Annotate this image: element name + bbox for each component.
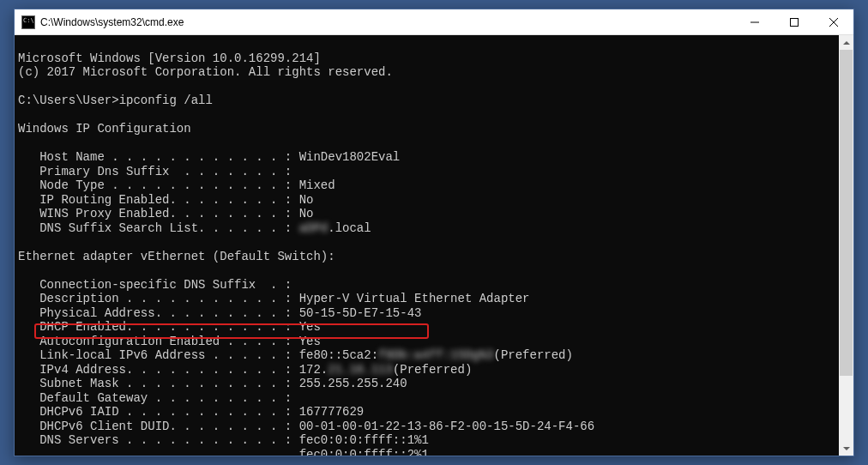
section-header: Windows IP Configuration (18, 122, 191, 136)
text-line: Node Type . . . . . . . . . . . . : Mixe… (18, 178, 335, 192)
text-line: Host Name . . . . . . . . . . . . : WinD… (18, 150, 400, 164)
maximize-icon (790, 18, 799, 27)
minimize-icon (750, 18, 759, 27)
label: (Preferred) (494, 348, 573, 362)
text-line: WINS Proxy Enabled. . . . . . . . : No (18, 207, 313, 220)
text-line: Description . . . . . . . . . . . : Hype… (18, 292, 530, 305)
text-line: DNS Servers . . . . . . . . . . . : fec0… (18, 433, 429, 447)
cmd-icon (21, 15, 35, 29)
text-line: Autoconfiguration Enabled . . . . : Yes (18, 335, 321, 348)
label: (Preferred) (393, 363, 472, 377)
svg-rect-1 (791, 18, 799, 26)
prompt-line: C:\Users\User>ipconfig /all (18, 94, 213, 107)
label: IPv4 Address. . . . . . . . . . . : 172. (18, 363, 328, 377)
physical-address-line: Physical Address. . . . . . . . . : 50-1… (18, 306, 421, 320)
console-output[interactable]: Microsoft Windows [Version 10.0.16299.21… (15, 35, 839, 456)
chevron-down-icon (843, 447, 850, 450)
text-line: Default Gateway . . . . . . . . . : (18, 391, 292, 405)
label: DNS Suffix Search List. . . . . . : (18, 221, 299, 235)
adapter-header: Ethernet adapter vEthernet (Default Swit… (18, 250, 335, 263)
label: .local (328, 221, 371, 235)
text-line: fec0:0:0:ffff::2%1 (18, 448, 429, 456)
text-line: DNS Suffix Search List. . . . . . : aDPd… (18, 221, 371, 235)
text-line: IP Routing Enabled. . . . . . . . : No (18, 193, 313, 207)
minimize-button[interactable] (735, 9, 775, 34)
text-line: DHCPv6 IAID . . . . . . . . . . . : 1677… (18, 405, 364, 419)
scroll-up-button[interactable] (839, 35, 853, 50)
prompt-command: ipconfig /all (119, 94, 213, 107)
redacted-text: f8Db:a4ff:15Dg%3 (378, 348, 493, 362)
window-title: C:\Windows\system32\cmd.exe (40, 16, 735, 28)
cmd-window: C:\Windows\system32\cmd.exe Microsoft Wi… (14, 9, 854, 456)
maximize-button[interactable] (775, 9, 814, 34)
text-line: Link-local IPv6 Address . . . . . : fe80… (18, 348, 573, 362)
text-line: DHCPv6 Client DUID. . . . . . . . : 00-0… (18, 420, 594, 433)
text-line: DHCP Enabled. . . . . . . . . . . : Yes (18, 320, 321, 334)
chevron-up-icon (843, 41, 850, 45)
text-line: Primary Dns Suffix . . . . . . . : (18, 165, 292, 178)
label: Link-local IPv6 Address . . . . . : fe80… (18, 348, 378, 362)
prompt-path: C:\Users\User> (18, 94, 119, 107)
window-controls (735, 9, 853, 34)
scroll-down-button[interactable] (839, 441, 853, 456)
scrollbar-thumb[interactable] (840, 50, 853, 376)
text-line: Connection-specific DNS Suffix . : (18, 278, 292, 292)
titlebar[interactable]: C:\Windows\system32\cmd.exe (15, 9, 853, 35)
redacted-text: 21.16.113 (328, 363, 393, 377)
console-area: Microsoft Windows [Version 10.0.16299.21… (15, 35, 853, 456)
close-icon (829, 18, 838, 27)
text-line: Subnet Mask . . . . . . . . . . . : 255.… (18, 377, 407, 390)
text-line: IPv4 Address. . . . . . . . . . . : 172.… (18, 363, 472, 377)
text-line: (c) 2017 Microsoft Corporation. All righ… (18, 65, 393, 79)
vertical-scrollbar[interactable] (839, 35, 853, 456)
text-line: Microsoft Windows [Version 10.0.16299.21… (18, 51, 321, 65)
redacted-text: aDPd (299, 221, 329, 235)
close-button[interactable] (814, 9, 853, 34)
